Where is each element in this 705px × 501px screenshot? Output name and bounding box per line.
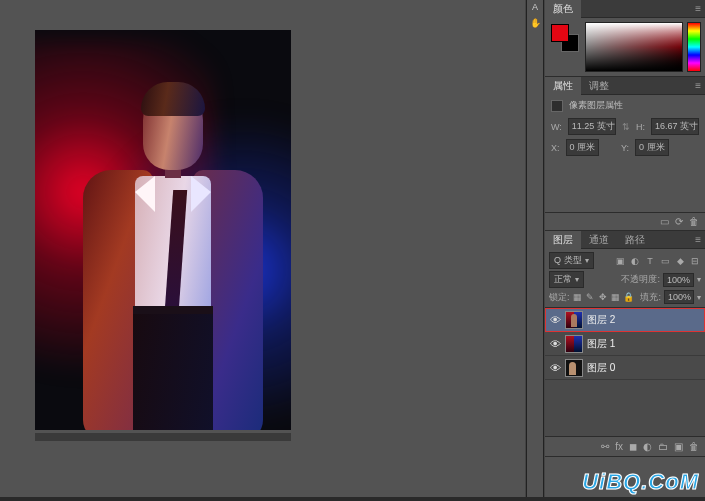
trash-icon[interactable]: 🗑 bbox=[689, 216, 699, 227]
layer-row[interactable]: 👁 图层 0 bbox=[545, 356, 705, 380]
visibility-eye-icon[interactable]: 👁 bbox=[549, 338, 561, 350]
layer-name[interactable]: 图层 1 bbox=[587, 337, 615, 351]
visibility-eye-icon[interactable]: 👁 bbox=[549, 314, 561, 326]
x-label: X: bbox=[551, 143, 560, 153]
align-icon[interactable]: ▭ bbox=[660, 216, 669, 227]
w-value[interactable]: 11.25 英寸 bbox=[568, 118, 616, 135]
tool-icon-hand[interactable]: ✋ bbox=[528, 18, 542, 32]
tool-icon-text[interactable]: A bbox=[528, 2, 542, 16]
layer-thumbnail[interactable] bbox=[565, 311, 583, 329]
new-layer-icon[interactable]: ▣ bbox=[674, 441, 683, 452]
link-wh-icon[interactable]: ⇅ bbox=[622, 122, 630, 132]
watermark: UiBQ.CoM bbox=[582, 469, 699, 495]
pixel-layer-icon bbox=[551, 100, 563, 112]
status-bar bbox=[0, 497, 705, 501]
properties-panel: 属性 调整 ≡ 像素图层属性 W: 11.25 英寸 ⇅ H: 16.67 英寸… bbox=[545, 77, 705, 231]
color-field[interactable] bbox=[585, 22, 683, 72]
filter-toggle-icon[interactable]: ⊟ bbox=[689, 255, 701, 267]
layer-style-icon[interactable]: fx bbox=[615, 441, 623, 452]
h-label: H: bbox=[636, 122, 645, 132]
properties-title: 像素图层属性 bbox=[569, 99, 623, 112]
layer-row[interactable]: 👁 图层 1 bbox=[545, 332, 705, 356]
y-label: Y: bbox=[621, 143, 629, 153]
color-panel: 颜色 ≡ bbox=[545, 0, 705, 77]
filter-image-icon[interactable]: ▣ bbox=[614, 255, 626, 267]
fill-label: 填充: bbox=[640, 291, 661, 304]
layer-thumbnail[interactable] bbox=[565, 359, 583, 377]
layers-panel: 图层 通道 路径 ≡ Q 类型▾ ▣ ◐ T ▭ ◆ ⊟ 正常▾ bbox=[545, 231, 705, 457]
lock-pixels-icon[interactable]: ✎ bbox=[585, 291, 595, 303]
layer-mask-icon[interactable]: ◼ bbox=[629, 441, 637, 452]
h-value[interactable]: 16.67 英寸 bbox=[651, 118, 699, 135]
layer-thumbnail[interactable] bbox=[565, 335, 583, 353]
canvas-document[interactable] bbox=[35, 30, 291, 430]
filter-smart-icon[interactable]: ◆ bbox=[674, 255, 686, 267]
tab-properties[interactable]: 属性 bbox=[545, 77, 581, 95]
opacity-label: 不透明度: bbox=[621, 273, 660, 286]
lock-artboard-icon[interactable]: ▦ bbox=[611, 291, 621, 303]
group-icon[interactable]: 🗀 bbox=[658, 441, 668, 452]
layer-kind-filter[interactable]: Q 类型▾ bbox=[549, 252, 594, 269]
tab-channels[interactable]: 通道 bbox=[581, 231, 617, 249]
tab-color[interactable]: 颜色 bbox=[545, 0, 581, 18]
lock-label: 锁定: bbox=[549, 291, 570, 304]
x-value[interactable]: 0 厘米 bbox=[566, 139, 600, 156]
layers-list: 👁 图层 2 👁 图层 1 👁 图层 0 bbox=[545, 308, 705, 436]
reset-icon[interactable]: ⟳ bbox=[675, 216, 683, 227]
panel-menu-icon[interactable]: ≡ bbox=[691, 80, 705, 91]
visibility-eye-icon[interactable]: 👁 bbox=[549, 362, 561, 374]
color-panel-tabs: 颜色 ≡ bbox=[545, 0, 705, 18]
delete-layer-icon[interactable]: 🗑 bbox=[689, 441, 699, 452]
tool-strip: A ✋ bbox=[526, 0, 544, 501]
lock-position-icon[interactable]: ✥ bbox=[598, 291, 608, 303]
figure bbox=[53, 80, 273, 430]
layer-name[interactable]: 图层 0 bbox=[587, 361, 615, 375]
panel-menu-icon[interactable]: ≡ bbox=[691, 234, 705, 245]
lock-all-icon[interactable]: 🔒 bbox=[623, 291, 634, 303]
tab-layers[interactable]: 图层 bbox=[545, 231, 581, 249]
filter-text-icon[interactable]: T bbox=[644, 255, 656, 267]
tab-adjust[interactable]: 调整 bbox=[581, 77, 617, 95]
y-value[interactable]: 0 厘米 bbox=[635, 139, 669, 156]
hue-strip[interactable] bbox=[687, 22, 701, 72]
filter-adjust-icon[interactable]: ◐ bbox=[629, 255, 641, 267]
link-layers-icon[interactable]: ⚯ bbox=[601, 441, 609, 452]
layer-name[interactable]: 图层 2 bbox=[587, 313, 615, 327]
lock-transparency-icon[interactable]: ▦ bbox=[573, 291, 583, 303]
w-label: W: bbox=[551, 122, 562, 132]
opacity-input[interactable]: 100% bbox=[663, 273, 694, 287]
filter-shape-icon[interactable]: ▭ bbox=[659, 255, 671, 267]
right-panels: 颜色 ≡ 属性 调整 ≡ 像素图层属性 W: 11.25 英寸 bbox=[545, 0, 705, 501]
canvas-area[interactable] bbox=[0, 0, 525, 501]
adjustment-layer-icon[interactable]: ◐ bbox=[643, 441, 652, 452]
layer-row[interactable]: 👁 图层 2 bbox=[545, 308, 705, 332]
fill-input[interactable]: 100% bbox=[664, 290, 694, 304]
blend-mode-select[interactable]: 正常▾ bbox=[549, 271, 584, 288]
foreground-color-swatch[interactable] bbox=[551, 24, 569, 42]
canvas-shadow bbox=[35, 433, 291, 441]
panel-menu-icon[interactable]: ≡ bbox=[691, 3, 705, 14]
tab-paths[interactable]: 路径 bbox=[617, 231, 653, 249]
